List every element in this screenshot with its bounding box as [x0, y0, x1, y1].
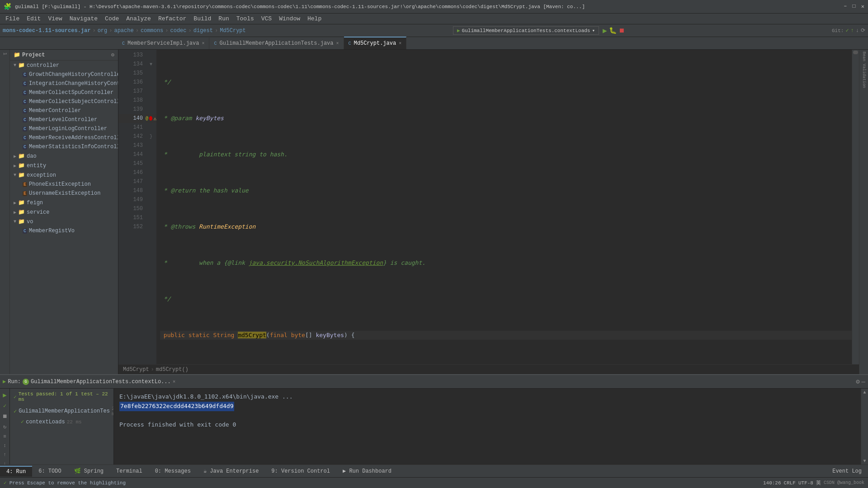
- sidebar-item-membercollectsubject[interactable]: C MemberCollectSubjectController: [10, 97, 118, 106]
- sidebar-item-phoneexsit[interactable]: E PhoneExsitException: [10, 180, 118, 189]
- sidebar-item-feign[interactable]: ▶ 📁 feign: [10, 198, 118, 207]
- bottom-tab-eventlog[interactable]: Event Log: [826, 466, 868, 476]
- test-tree-item-contextloads[interactable]: ✓ contextLoads 22 ms: [12, 418, 112, 426]
- tab-gulimalltest[interactable]: C GulimallMemberApplicationTests.java ×: [209, 38, 344, 49]
- menu-item-view[interactable]: View: [44, 14, 66, 23]
- minimize-button[interactable]: –: [844, 3, 847, 10]
- app-icon: 🧩: [4, 3, 11, 10]
- left-btn-1[interactable]: 1: [2, 52, 7, 55]
- menu-item-edit[interactable]: Edit: [23, 14, 44, 23]
- menu-item-help[interactable]: Help: [304, 14, 325, 23]
- test-tree: ✓ Tests passed: 1 of 1 test – 22 ms ✓ Gu…: [10, 389, 114, 465]
- run-panel: ▶ Run: G GulimallMemberApplicationTests.…: [0, 374, 868, 465]
- bottom-tab-spring[interactable]: 🌿 Spring: [68, 466, 110, 476]
- test-method-label: contextLoads: [26, 419, 65, 425]
- status-icon: ✓: [4, 480, 7, 486]
- breadcrumb-sources[interactable]: mons-codec-1.11-sources.jar: [3, 28, 90, 34]
- bottom-tab-bar: 4: Run 6: TODO 🌿 Spring Terminal 0: Mess…: [0, 465, 868, 477]
- maximize-button[interactable]: □: [853, 3, 856, 10]
- run-config-selector[interactable]: ▶ GulimallMemberApplicationTests.context…: [453, 26, 599, 35]
- sidebar-item-memberlevel[interactable]: C MemberLevelController: [10, 115, 118, 124]
- sidebar-item-growthchangehistory[interactable]: C GrowthChangeHistoryController: [10, 70, 118, 79]
- menu-item-navigate[interactable]: Navigate: [66, 14, 101, 23]
- fold-icon-134[interactable]: ▼: [150, 62, 152, 67]
- tab-close-md5crypt[interactable]: ×: [399, 41, 401, 46]
- run-check-btn[interactable]: ✓: [3, 403, 6, 409]
- sidebar-item-memberreceiveaddress[interactable]: C MemberReceiveAddressController: [10, 133, 118, 142]
- menu-item-window[interactable]: Window: [275, 14, 304, 23]
- menu-item-analyze[interactable]: Analyze: [123, 14, 155, 23]
- bottom-tab-versioncontrol[interactable]: 9: Version Control: [265, 466, 336, 476]
- breadcrumb-org[interactable]: org: [98, 28, 108, 34]
- menu-item-code[interactable]: Code: [101, 14, 123, 23]
- scrollbar[interactable]: [852, 50, 859, 364]
- debug-button[interactable]: 🐛: [609, 27, 617, 34]
- run-stop-btn[interactable]: ⏹: [2, 413, 8, 420]
- sidebar-item-controller[interactable]: ▼ 📁 controller: [10, 61, 118, 70]
- bottom-tab-terminal[interactable]: Terminal: [110, 466, 149, 476]
- sidebar-item-memberregistvo[interactable]: C MemberRegistVo: [10, 226, 118, 235]
- run-settings-icon[interactable]: ⚙: [856, 378, 859, 385]
- run-expand-btn[interactable]: ↑: [3, 452, 6, 457]
- bottom-tab-rundashboard[interactable]: ▶ Run Dashboard: [336, 466, 398, 476]
- code-editor: 133 134 135 136 137 138 139 140 141 142 …: [118, 50, 859, 374]
- menu-item-file[interactable]: File: [2, 14, 23, 23]
- run-scroll-up[interactable]: ▲: [861, 389, 868, 396]
- git-label: Git:: [832, 28, 844, 33]
- fold-icon-142[interactable]: }: [150, 134, 152, 139]
- tab-memberserviceimpl[interactable]: C MemberServiceImpl.java ×: [118, 38, 209, 49]
- menu-item-vcs[interactable]: VCS: [258, 14, 275, 23]
- sidebar-item-dao[interactable]: ▶ 📁 dao: [10, 151, 118, 161]
- menu-item-tools[interactable]: Tools: [233, 14, 258, 23]
- sidebar-item-exception[interactable]: ▼ 📁 exception: [10, 170, 118, 180]
- run-play-btn[interactable]: ▶: [3, 391, 6, 399]
- tab-close-memberservice[interactable]: ×: [202, 41, 204, 46]
- code-scroll-area[interactable]: 133 134 135 136 137 138 139 140 141 142 …: [118, 50, 859, 364]
- git-history-button[interactable]: ⟳: [861, 27, 865, 34]
- sidebar-item-memberloginlog[interactable]: C MemberLoginLogController: [10, 124, 118, 133]
- run-tab-close[interactable]: ×: [173, 379, 176, 385]
- run-collapse-btn[interactable]: ↓: [3, 461, 6, 465]
- code-breadcrumb-method: md5Crypt(): [156, 366, 189, 373]
- breakpoint-icon-140[interactable]: [149, 116, 152, 121]
- project-sidebar: 📁 Project ⚙ ▼ 📁 controller C GrowthChang…: [10, 50, 118, 374]
- git-commit-button[interactable]: ✓: [845, 27, 849, 34]
- breadcrumb-apache[interactable]: apache: [114, 28, 133, 34]
- bottom-tab-run[interactable]: 4: Run: [0, 466, 32, 477]
- close-button[interactable]: ✕: [861, 3, 864, 10]
- sidebar-settings[interactable]: ⚙: [111, 52, 114, 58]
- sidebar-item-integrationchangehistory[interactable]: C IntegrationChangeHistoryController: [10, 79, 118, 88]
- menu-item-build[interactable]: Build: [190, 14, 215, 23]
- bean-validation-icon[interactable]: Bean Validation: [862, 52, 866, 88]
- run-scrollbar[interactable]: ▲ ▼: [861, 389, 868, 465]
- test-tree-item-gulimall[interactable]: ✓ GulimallMemberApplicationTes 22 ms: [12, 405, 112, 418]
- run-scroll-down[interactable]: ▼: [861, 457, 868, 465]
- menu-item-refactor[interactable]: Refactor: [155, 14, 190, 23]
- run-minimize-icon[interactable]: —: [862, 378, 865, 385]
- run-rerun-btn[interactable]: ↻: [3, 423, 6, 430]
- breadcrumb-md5crypt[interactable]: Md5Crypt: [220, 28, 246, 34]
- breadcrumb-commons[interactable]: commons: [141, 28, 163, 34]
- sidebar-item-usernameexist[interactable]: E UsernameExistException: [10, 189, 118, 198]
- breadcrumb-codec[interactable]: codec: [170, 28, 187, 34]
- stop-button[interactable]: ⏹: [618, 27, 625, 34]
- breadcrumb-digest[interactable]: digest: [193, 28, 213, 34]
- run-sort1-btn[interactable]: ≡: [3, 434, 6, 439]
- sidebar-item-entity[interactable]: ▶ 📁 entity: [10, 161, 118, 170]
- bottom-tab-todo[interactable]: 6: TODO: [32, 466, 67, 476]
- run-sort2-btn[interactable]: ↕: [3, 443, 6, 448]
- tab-md5crypt[interactable]: C Md5Crypt.java ×: [344, 37, 407, 49]
- sidebar-item-membercollectspu[interactable]: C MemberCollectSpuController: [10, 88, 118, 97]
- run-button[interactable]: ▶: [603, 26, 607, 35]
- git-push-button[interactable]: ↓: [856, 28, 859, 34]
- sidebar-item-service[interactable]: ▶ 📁 service: [10, 207, 118, 217]
- sidebar-item-memberstatistics[interactable]: C MemberStatisticsInfoController: [10, 142, 118, 151]
- bottom-tab-javaenterprise[interactable]: ☕ Java Enterprise: [197, 466, 265, 476]
- bottom-tab-messages[interactable]: 0: Messages: [149, 466, 197, 476]
- git-update-button[interactable]: ↑: [851, 28, 854, 34]
- run-tab-label: Run:: [8, 379, 21, 385]
- sidebar-item-vo[interactable]: ▼ 📁 vo: [10, 217, 118, 226]
- menu-item-run[interactable]: Run: [215, 14, 232, 23]
- sidebar-item-membercontroller[interactable]: C MemberController: [10, 106, 118, 115]
- tab-close-gulimalltest[interactable]: ×: [336, 41, 339, 46]
